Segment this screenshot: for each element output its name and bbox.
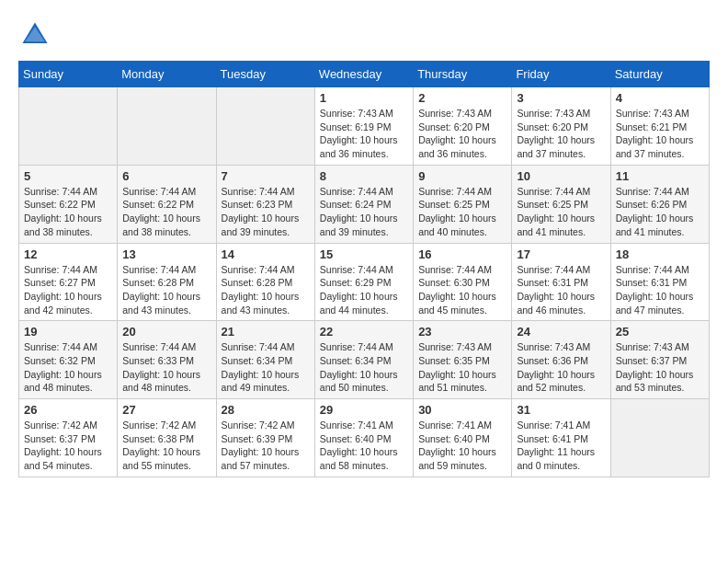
- day-info: Sunrise: 7:44 AM Sunset: 6:28 PM Dayligh…: [122, 263, 210, 317]
- week-row-5: 26Sunrise: 7:42 AM Sunset: 6:37 PM Dayli…: [19, 399, 710, 477]
- day-number: 6: [122, 169, 210, 183]
- day-number: 13: [122, 247, 210, 261]
- day-info: Sunrise: 7:43 AM Sunset: 6:20 PM Dayligh…: [517, 107, 605, 161]
- calendar-cell: 27Sunrise: 7:42 AM Sunset: 6:38 PM Dayli…: [118, 399, 216, 477]
- day-info: Sunrise: 7:44 AM Sunset: 6:31 PM Dayligh…: [616, 263, 704, 317]
- calendar-cell: 16Sunrise: 7:44 AM Sunset: 6:30 PM Dayli…: [414, 243, 512, 321]
- week-row-1: 1Sunrise: 7:43 AM Sunset: 6:19 PM Daylig…: [19, 87, 710, 166]
- day-number: 8: [320, 169, 408, 183]
- day-info: Sunrise: 7:41 AM Sunset: 6:40 PM Dayligh…: [320, 419, 408, 473]
- calendar-cell: 29Sunrise: 7:41 AM Sunset: 6:40 PM Dayli…: [314, 399, 413, 477]
- day-info: Sunrise: 7:44 AM Sunset: 6:34 PM Dayligh…: [222, 340, 310, 395]
- day-number: 3: [517, 91, 605, 105]
- day-info: Sunrise: 7:44 AM Sunset: 6:23 PM Dayligh…: [222, 185, 310, 239]
- calendar-cell: 23Sunrise: 7:43 AM Sunset: 6:35 PM Dayli…: [414, 321, 512, 399]
- weekday-header-saturday: Saturday: [610, 62, 709, 87]
- day-info: Sunrise: 7:44 AM Sunset: 6:25 PM Dayligh…: [517, 185, 605, 239]
- day-number: 25: [616, 325, 704, 339]
- day-number: 19: [24, 325, 112, 339]
- day-info: Sunrise: 7:41 AM Sunset: 6:41 PM Dayligh…: [517, 419, 605, 473]
- day-number: 2: [418, 91, 506, 105]
- week-row-3: 12Sunrise: 7:44 AM Sunset: 6:27 PM Dayli…: [19, 243, 710, 321]
- calendar-cell: 9Sunrise: 7:44 AM Sunset: 6:25 PM Daylig…: [414, 165, 512, 243]
- day-number: 26: [24, 403, 112, 417]
- day-number: 18: [616, 247, 704, 261]
- calendar-cell: 4Sunrise: 7:43 AM Sunset: 6:21 PM Daylig…: [610, 87, 709, 166]
- calendar-cell: 22Sunrise: 7:44 AM Sunset: 6:34 PM Dayli…: [314, 321, 413, 399]
- day-info: Sunrise: 7:44 AM Sunset: 6:32 PM Dayligh…: [24, 340, 112, 395]
- calendar-cell: 13Sunrise: 7:44 AM Sunset: 6:28 PM Dayli…: [118, 243, 216, 321]
- day-info: Sunrise: 7:43 AM Sunset: 6:37 PM Dayligh…: [616, 340, 704, 395]
- day-info: Sunrise: 7:44 AM Sunset: 6:24 PM Dayligh…: [320, 185, 408, 239]
- day-info: Sunrise: 7:44 AM Sunset: 6:29 PM Dayligh…: [320, 263, 408, 317]
- day-info: Sunrise: 7:44 AM Sunset: 6:22 PM Dayligh…: [24, 185, 112, 239]
- day-info: Sunrise: 7:42 AM Sunset: 6:39 PM Dayligh…: [222, 419, 310, 473]
- day-number: 22: [320, 325, 408, 339]
- calendar-cell: 12Sunrise: 7:44 AM Sunset: 6:27 PM Dayli…: [19, 243, 118, 321]
- calendar-cell: 14Sunrise: 7:44 AM Sunset: 6:28 PM Dayli…: [216, 243, 314, 321]
- day-number: 10: [517, 169, 605, 183]
- logo-icon: [18, 18, 51, 52]
- day-number: 5: [24, 169, 112, 183]
- page-header: [18, 18, 710, 52]
- calendar-cell: 6Sunrise: 7:44 AM Sunset: 6:22 PM Daylig…: [118, 165, 216, 243]
- day-number: 23: [418, 325, 506, 339]
- calendar-cell: 7Sunrise: 7:44 AM Sunset: 6:23 PM Daylig…: [216, 165, 314, 243]
- day-info: Sunrise: 7:44 AM Sunset: 6:34 PM Dayligh…: [320, 340, 408, 395]
- day-info: Sunrise: 7:43 AM Sunset: 6:35 PM Dayligh…: [418, 340, 506, 395]
- calendar-cell: 24Sunrise: 7:43 AM Sunset: 6:36 PM Dayli…: [512, 321, 610, 399]
- day-info: Sunrise: 7:44 AM Sunset: 6:26 PM Dayligh…: [616, 185, 704, 239]
- calendar-table: SundayMondayTuesdayWednesdayThursdayFrid…: [18, 61, 710, 477]
- logo: [18, 18, 55, 52]
- day-info: Sunrise: 7:44 AM Sunset: 6:31 PM Dayligh…: [517, 263, 605, 317]
- calendar-cell: [216, 87, 314, 166]
- weekday-header-row: SundayMondayTuesdayWednesdayThursdayFrid…: [19, 62, 710, 87]
- calendar-cell: 18Sunrise: 7:44 AM Sunset: 6:31 PM Dayli…: [610, 243, 709, 321]
- day-number: 12: [24, 247, 112, 261]
- day-info: Sunrise: 7:43 AM Sunset: 6:36 PM Dayligh…: [517, 340, 605, 395]
- calendar-cell: 30Sunrise: 7:41 AM Sunset: 6:40 PM Dayli…: [414, 399, 512, 477]
- day-info: Sunrise: 7:44 AM Sunset: 6:22 PM Dayligh…: [122, 185, 210, 239]
- day-number: 30: [418, 403, 506, 417]
- day-info: Sunrise: 7:44 AM Sunset: 6:27 PM Dayligh…: [24, 263, 112, 317]
- calendar-cell: 8Sunrise: 7:44 AM Sunset: 6:24 PM Daylig…: [314, 165, 413, 243]
- week-row-4: 19Sunrise: 7:44 AM Sunset: 6:32 PM Dayli…: [19, 321, 710, 399]
- day-info: Sunrise: 7:42 AM Sunset: 6:38 PM Dayligh…: [122, 419, 210, 473]
- day-number: 21: [222, 325, 310, 339]
- day-info: Sunrise: 7:44 AM Sunset: 6:25 PM Dayligh…: [418, 185, 506, 239]
- calendar-cell: 5Sunrise: 7:44 AM Sunset: 6:22 PM Daylig…: [19, 165, 118, 243]
- day-info: Sunrise: 7:44 AM Sunset: 6:28 PM Dayligh…: [222, 263, 310, 317]
- day-info: Sunrise: 7:44 AM Sunset: 6:33 PM Dayligh…: [122, 340, 210, 395]
- day-number: 28: [222, 403, 310, 417]
- calendar-cell: 25Sunrise: 7:43 AM Sunset: 6:37 PM Dayli…: [610, 321, 709, 399]
- calendar-cell: 31Sunrise: 7:41 AM Sunset: 6:41 PM Dayli…: [512, 399, 610, 477]
- day-info: Sunrise: 7:44 AM Sunset: 6:30 PM Dayligh…: [418, 263, 506, 317]
- calendar-cell: [610, 399, 709, 477]
- calendar-cell: [19, 87, 118, 166]
- calendar-cell: 26Sunrise: 7:42 AM Sunset: 6:37 PM Dayli…: [19, 399, 118, 477]
- calendar-cell: 21Sunrise: 7:44 AM Sunset: 6:34 PM Dayli…: [216, 321, 314, 399]
- weekday-header-tuesday: Tuesday: [216, 62, 314, 87]
- week-row-2: 5Sunrise: 7:44 AM Sunset: 6:22 PM Daylig…: [19, 165, 710, 243]
- day-number: 17: [517, 247, 605, 261]
- day-info: Sunrise: 7:43 AM Sunset: 6:21 PM Dayligh…: [616, 107, 704, 161]
- day-number: 1: [320, 91, 408, 105]
- day-number: 9: [418, 169, 506, 183]
- calendar-cell: [118, 87, 216, 166]
- day-number: 27: [122, 403, 210, 417]
- day-info: Sunrise: 7:43 AM Sunset: 6:19 PM Dayligh…: [320, 107, 408, 161]
- calendar-cell: 28Sunrise: 7:42 AM Sunset: 6:39 PM Dayli…: [216, 399, 314, 477]
- day-number: 11: [616, 169, 704, 183]
- calendar-cell: 19Sunrise: 7:44 AM Sunset: 6:32 PM Dayli…: [19, 321, 118, 399]
- calendar-cell: 17Sunrise: 7:44 AM Sunset: 6:31 PM Dayli…: [512, 243, 610, 321]
- calendar-cell: 20Sunrise: 7:44 AM Sunset: 6:33 PM Dayli…: [118, 321, 216, 399]
- calendar-cell: 15Sunrise: 7:44 AM Sunset: 6:29 PM Dayli…: [314, 243, 413, 321]
- day-number: 29: [320, 403, 408, 417]
- weekday-header-wednesday: Wednesday: [314, 62, 413, 87]
- weekday-header-friday: Friday: [512, 62, 610, 87]
- day-number: 14: [222, 247, 310, 261]
- day-number: 16: [418, 247, 506, 261]
- day-number: 24: [517, 325, 605, 339]
- calendar-cell: 10Sunrise: 7:44 AM Sunset: 6:25 PM Dayli…: [512, 165, 610, 243]
- day-number: 20: [122, 325, 210, 339]
